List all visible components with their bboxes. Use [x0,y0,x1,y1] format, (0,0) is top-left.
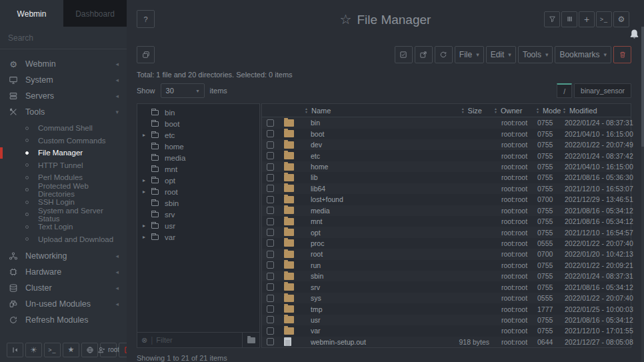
row-checkbox[interactable] [267,218,274,225]
sidebar-item-file-manager[interactable]: File Manager [0,147,127,159]
tree-item-sbin[interactable]: sbin [137,197,259,209]
row-checkbox[interactable] [267,305,274,313]
row-checkbox[interactable] [267,316,274,323]
tree-item-usr[interactable]: ▸usr [137,220,259,231]
sidebar-item-hardware[interactable]: Hardware◂ [0,264,127,280]
tree-item-media[interactable]: media [137,152,259,163]
trash-button[interactable] [613,46,631,63]
file-name[interactable]: dev [305,141,416,149]
file-name[interactable]: webmin-setup.out [305,338,416,346]
sidebar-item-servers[interactable]: Servers◂ [0,88,127,104]
table-row[interactable]: homeroot:root07552021/04/10 - 16:15:00 [262,161,631,172]
column-header-name[interactable]: ▲▼Name [305,107,416,115]
row-checkbox[interactable] [267,239,274,247]
expand-arrow-icon[interactable]: ▸ [143,234,151,240]
file-name[interactable]: media [305,207,416,215]
sidebar-item-refresh-modules[interactable]: Refresh Modules [0,312,127,328]
sidebar-item-command-shell[interactable]: Command Shell [0,122,127,135]
folder-icon[interactable] [242,333,259,347]
terminal-button[interactable]: >_ [44,343,61,357]
row-checkbox[interactable] [267,327,274,335]
table-row[interactable]: mediaroot:root07552021/08/16 - 05:34:12 [262,205,631,216]
table-row[interactable]: rootroot:root07002022/01/20 - 10:42:13 [262,249,631,259]
sidebar-item-protected-web-directories[interactable]: Protected Web Directories [0,184,127,197]
table-row[interactable]: tmproot:root17772022/01/25 - 10:00:03 [262,303,631,314]
tree-item-etc[interactable]: ▸etc [137,129,259,141]
sidebar-item-system-and-server-status[interactable]: System and Server Status [0,209,127,221]
tree-item-bin[interactable]: bin [137,107,259,118]
file-name[interactable]: usr [305,316,416,324]
row-checkbox[interactable] [267,119,274,127]
table-row[interactable]: usrroot:root07552021/08/16 - 05:34:12 [262,315,631,325]
export-button[interactable] [415,46,433,63]
settings-gear-button[interactable]: ⚙ [613,11,629,27]
tree-filter-input[interactable] [156,336,242,344]
file-name[interactable]: bin [305,119,416,127]
table-row[interactable]: lost+foundroot:root07002021/12/29 - 13:4… [262,194,631,205]
table-row[interactable]: libroot:root07552021/08/16 - 05:36:30 [262,172,631,183]
table-row[interactable]: mntroot:root07552021/08/16 - 05:34:12 [262,216,631,227]
search-input[interactable] [8,33,119,43]
table-row[interactable]: webmin-setup.out918 bytesroot:root064420… [262,337,631,347]
row-checkbox[interactable] [267,185,274,192]
scrollbar-thumb[interactable] [641,27,644,147]
sidebar-item-tools[interactable]: Tools▾ [0,104,127,120]
menu-bookmarks-button[interactable]: Bookmarks▾ [555,46,611,63]
columns-button[interactable] [561,11,577,27]
tree-item-var[interactable]: ▸var [137,231,259,243]
tree-item-boot[interactable]: boot [137,118,259,129]
sidebar-item-system[interactable]: System◂ [0,72,127,88]
row-checkbox[interactable] [267,196,274,203]
sidebar-item-webmin[interactable]: ⚙Webmin◂ [0,56,127,72]
help-button[interactable]: ? [137,10,155,28]
row-checkbox[interactable] [267,261,274,269]
clear-icon[interactable]: ⊗ [141,336,147,345]
file-name[interactable]: sbin [305,272,416,280]
theme-sun-button[interactable]: ☀ [25,343,42,357]
file-name[interactable]: srv [305,283,416,291]
menu-file-button[interactable]: File▾ [455,46,484,63]
tree-item-srv[interactable]: srv [137,209,259,220]
expand-arrow-icon[interactable]: ▸ [143,132,151,138]
table-row[interactable]: optroot:root07552021/12/10 - 16:54:57 [262,227,631,237]
file-name[interactable]: sys [305,294,416,302]
bell-icon[interactable] [626,27,642,41]
row-checkbox[interactable] [267,283,274,291]
row-checkbox[interactable] [267,141,274,149]
sidebar-item-un-used-modules[interactable]: Un-used Modules◂ [0,296,127,312]
tree-item-home[interactable]: home [137,141,259,152]
table-row[interactable]: etcroot:root07552022/01/24 - 08:37:42 [262,150,631,161]
star-outline-icon[interactable]: ☆ [340,12,352,27]
column-header-size[interactable]: ▲▼Size [416,107,494,115]
table-row[interactable]: varroot:root07552021/12/10 - 17:01:55 [262,325,631,336]
tab-dashboard[interactable]: Dashboard [63,0,127,27]
row-checkbox[interactable] [267,207,274,214]
file-name[interactable]: opt [305,229,416,237]
expand-arrow-icon[interactable]: ▸ [143,177,151,183]
table-row[interactable]: runroot:root07552022/01/22 - 20:09:21 [262,260,631,271]
row-checkbox[interactable] [267,338,274,345]
file-name[interactable]: run [305,261,416,269]
file-name[interactable]: lib [305,173,416,181]
table-row[interactable]: sbinroot:root07552022/01/24 - 08:37:31 [262,271,631,281]
refresh-button[interactable] [435,46,453,63]
tree-item-root[interactable]: ▸root [137,186,259,197]
file-name[interactable]: var [305,327,416,335]
language-globe-button[interactable] [81,343,98,357]
row-checkbox[interactable] [267,251,274,258]
row-checkbox[interactable] [267,174,274,181]
table-row[interactable]: lib64root:root07552021/12/10 - 16:53:07 [262,183,631,194]
menu-edit-button[interactable]: Edit▾ [486,46,516,63]
column-header-owner[interactable]: ▲▼Owner [494,107,536,115]
tree-item-opt[interactable]: ▸opt [137,175,259,186]
row-checkbox[interactable] [267,130,274,137]
page-scrollbar[interactable] [641,27,644,362]
sidebar-item-cluster[interactable]: Cluster◂ [0,280,127,296]
file-name[interactable]: lost+found [305,195,416,203]
sidebar-item-upload-and-download[interactable]: Upload and Download [0,233,127,246]
table-row[interactable]: procroot:root05552022/01/22 - 20:07:40 [262,238,631,249]
file-name[interactable]: etc [305,152,416,160]
favorites-star-button[interactable]: ★ [63,343,79,357]
table-row[interactable]: binroot:root07552022/01/24 - 08:37:31 [262,117,631,128]
file-name[interactable]: mnt [305,217,416,225]
